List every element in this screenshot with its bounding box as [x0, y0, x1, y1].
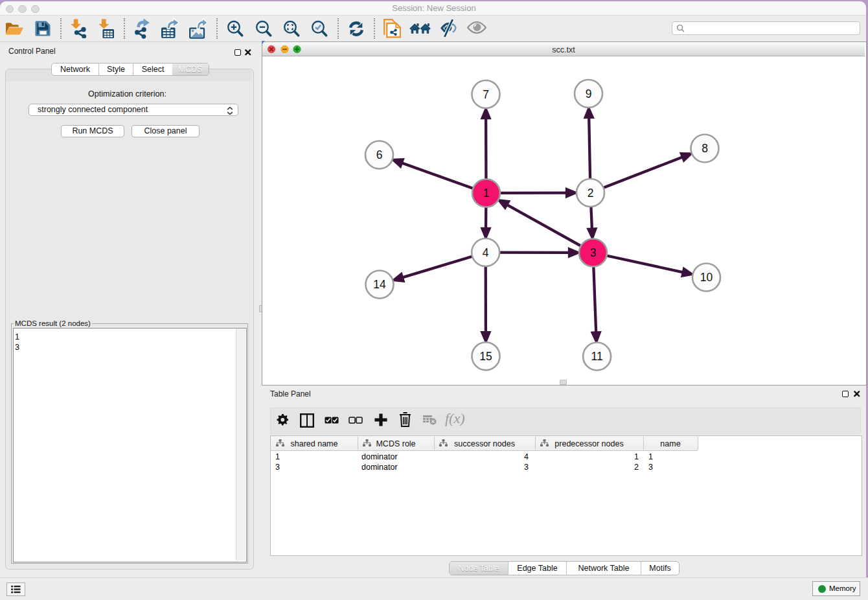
- svg-text:4: 4: [483, 246, 489, 259]
- svg-text:3: 3: [590, 246, 597, 259]
- svg-text:10: 10: [700, 271, 713, 284]
- svg-text:8: 8: [702, 142, 708, 155]
- svg-text:2: 2: [588, 187, 594, 200]
- svg-text:15: 15: [479, 350, 492, 363]
- svg-text:7: 7: [483, 88, 489, 101]
- svg-text:9: 9: [586, 87, 592, 100]
- svg-text:6: 6: [376, 148, 383, 161]
- svg-text:1: 1: [483, 187, 490, 200]
- svg-text:11: 11: [591, 350, 603, 363]
- svg-text:14: 14: [373, 278, 386, 291]
